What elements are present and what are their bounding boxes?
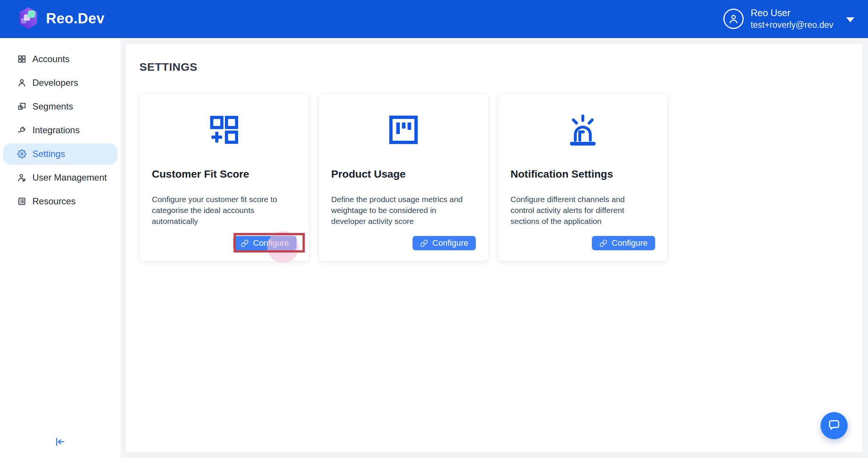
category-add-icon — [207, 113, 241, 147]
brand-name: Reo.Dev — [46, 11, 105, 27]
reodev-logo-icon — [18, 7, 38, 31]
collapse-left-icon — [53, 436, 66, 448]
link-icon — [241, 239, 249, 247]
user-email: test+roverly@reo.dev — [750, 20, 833, 30]
sidebar-item-label: User Management — [32, 172, 107, 183]
card-description: Define the product usage metrics and wei… — [331, 194, 480, 227]
grid-icon — [17, 55, 26, 64]
link-icon — [420, 239, 428, 247]
sidebar-item-label: Accounts — [32, 54, 70, 64]
card-customer-fit-score: Customer Fit Score Configure your custom… — [139, 93, 309, 262]
card-title: Product Usage — [331, 168, 406, 180]
configure-button-label: Configure — [432, 238, 468, 248]
chat-bubble-icon — [827, 419, 841, 432]
page-title: SETTINGS — [139, 61, 197, 73]
sidebar-item-integrations[interactable]: Integrations — [3, 120, 118, 141]
user-name: Reo User — [750, 8, 833, 18]
user-meta: Reo User test+roverly@reo.dev — [750, 8, 833, 30]
person-icon — [17, 78, 26, 87]
main-content-panel: SETTINGS Customer Fit Score Configure yo… — [126, 44, 862, 452]
card-description: Configure your customer fit score to cat… — [152, 194, 301, 227]
app-header: Reo.Dev Reo User test+roverly@reo.dev — [0, 0, 868, 38]
card-description: Configure different channels and control… — [510, 194, 659, 227]
link-icon — [599, 239, 607, 247]
sidebar-item-label: Settings — [32, 149, 65, 159]
sidebar-item-segments[interactable]: Segments — [3, 96, 118, 117]
chevron-down-icon[interactable] — [846, 17, 854, 22]
sidebar-item-label: Developers — [32, 78, 78, 88]
card-title: Customer Fit Score — [152, 168, 249, 180]
configure-button-product-usage[interactable]: Configure — [413, 236, 476, 250]
user-menu[interactable]: Reo User test+roverly@reo.dev — [723, 8, 857, 30]
sidebar-collapse-button[interactable] — [53, 436, 66, 448]
siren-icon — [565, 113, 600, 147]
sidebar-item-label: Integrations — [32, 125, 79, 135]
configure-button-notification-settings[interactable]: Configure — [592, 236, 655, 250]
configure-button-label: Configure — [612, 238, 648, 248]
plug-icon — [17, 126, 26, 135]
sidebar-item-resources[interactable]: Resources — [3, 191, 118, 212]
chat-launcher-button[interactable] — [821, 412, 848, 439]
card-notification-settings: Notification Settings Configure differen… — [498, 93, 668, 262]
sidebar-item-user-management[interactable]: User Management — [3, 167, 118, 188]
settings-cards: Customer Fit Score Configure your custom… — [139, 93, 668, 262]
segments-icon — [17, 102, 26, 111]
sidebar: Accounts Developers Segments — [0, 38, 121, 458]
user-avatar-icon — [723, 9, 744, 29]
sidebar-item-settings[interactable]: Settings — [3, 143, 118, 164]
list-box-icon — [17, 197, 26, 206]
card-title: Notification Settings — [510, 168, 613, 180]
configure-button-label: Configure — [253, 238, 289, 248]
sidebar-item-developers[interactable]: Developers — [3, 72, 118, 93]
person-sync-icon — [17, 173, 26, 182]
kanban-icon — [386, 113, 421, 147]
card-product-usage: Product Usage Define the product usage m… — [318, 93, 489, 262]
sidebar-nav: Accounts Developers Segments — [0, 38, 121, 212]
sidebar-item-label: Segments — [32, 101, 73, 112]
sidebar-item-accounts[interactable]: Accounts — [3, 49, 118, 70]
configure-button-customer-fit-score[interactable]: Configure — [233, 236, 296, 250]
sidebar-item-label: Resources — [32, 196, 76, 207]
gear-icon — [17, 149, 26, 158]
brand: Reo.Dev — [18, 7, 105, 31]
